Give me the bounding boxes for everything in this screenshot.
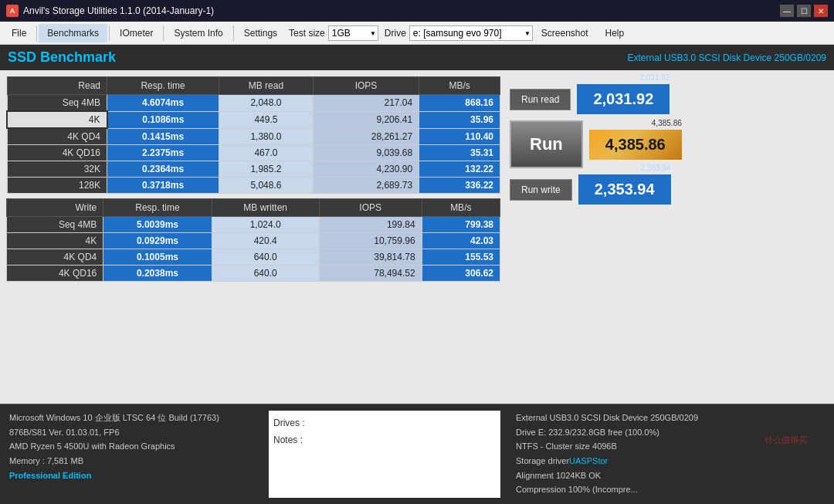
read-row-iops: 28,261.27 — [313, 128, 419, 145]
read-table-row: Seq 4MB4.6074ms2,048.0217.04868.16 — [7, 95, 500, 112]
menu-settings[interactable]: Settings — [236, 24, 286, 42]
menu-separator-3 — [163, 25, 164, 41]
run-write-group: Run write 2,353.94 2,353.94 — [510, 174, 825, 205]
write-score-box: 2,353.94 2,353.94 — [578, 174, 671, 205]
drive-line7: Compression 100% (Incompre... — [516, 482, 825, 497]
titlebar: A Anvil's Storage Utilities 1.1.0 (2014-… — [0, 0, 834, 22]
read-row-label: 4K QD4 — [7, 128, 107, 145]
drive-label: Drive — [385, 28, 406, 39]
drive-line4: Storage driverUASPStor — [516, 454, 825, 468]
drive-line2: Drive E: 232.9/232.8GB free (100.0%) — [516, 425, 825, 440]
testsize-label: Test size — [289, 28, 325, 39]
write-row-mb: 1,024.0 — [212, 217, 319, 233]
write-row-iops: 39,814.78 — [319, 249, 422, 266]
testsize-select-wrapper[interactable]: 512MB 1GB 2GB 4GB 8GB — [328, 25, 378, 41]
total-score-value: 4,385.86 — [598, 136, 673, 154]
write-table-row: 4K QD160.2038ms640.078,494.52306.62 — [7, 266, 500, 282]
statusbar: Microsoft Windows 10 企业版 LTSC 64 位 Build… — [0, 404, 834, 504]
read-row-label: 4K — [7, 111, 107, 128]
read-row-mbs: 35.96 — [419, 111, 500, 128]
run-read-button[interactable]: Run read — [510, 89, 571, 110]
read-row-iops: 9,039.68 — [313, 145, 419, 161]
read-score-value: 2,031.92 — [586, 90, 660, 108]
read-table-row: 128K0.3718ms5,048.62,689.73336.22 — [7, 178, 500, 194]
read-table: Read Resp. time MB read IOPS MB/s Seq 4M… — [6, 76, 500, 194]
read-row-resp: 0.2364ms — [107, 161, 219, 178]
app-icon: A — [6, 5, 19, 17]
content-header: SSD Benchmark External USB3.0 SCSI Disk … — [0, 45, 834, 70]
read-table-row: 4K QD40.1415ms1,380.028,261.27110.40 — [7, 128, 500, 145]
menu-file[interactable]: File — [3, 24, 35, 42]
read-row-mb: 5,048.6 — [219, 178, 314, 194]
read-row-resp: 0.1415ms — [107, 128, 219, 145]
read-table-row: 32K0.2364ms1,985.24,230.90132.22 — [7, 161, 500, 178]
write-row-iops: 199.84 — [319, 217, 422, 233]
run-button[interactable]: Run — [510, 120, 583, 168]
write-row-iops: 10,759.96 — [319, 233, 422, 249]
drive-select-wrapper[interactable]: e: [samsung evo 970] — [409, 25, 533, 41]
system-info-panel: Microsoft Windows 10 企业版 LTSC 64 位 Build… — [0, 404, 263, 504]
read-row-resp: 0.1086ms — [107, 111, 219, 128]
sys-line3: AMD Ryzen 5 4500U with Radeon Graphics — [9, 439, 253, 454]
write-row-mbs: 42.03 — [422, 233, 500, 249]
drive-group: Drive e: [samsung evo 970] — [385, 25, 533, 41]
read-row-mb: 1,380.0 — [219, 128, 314, 145]
controls-section: Run read 2,031.92 2,031.92 Run 4,385.86 … — [507, 76, 828, 397]
menu-screenshot[interactable]: Screenshot — [533, 24, 597, 42]
menu-system-info[interactable]: System Info — [165, 24, 231, 42]
window-controls: — ☐ ✕ — [780, 5, 828, 17]
write-row-resp: 0.2038ms — [103, 266, 212, 282]
write-row-mb: 640.0 — [212, 266, 319, 282]
drive-select[interactable]: e: [samsung evo 970] — [409, 25, 533, 41]
read-row-mb: 1,985.2 — [219, 161, 314, 178]
read-header-mbs: MB/s — [419, 77, 500, 95]
read-row-label: Seq 4MB — [7, 95, 107, 112]
write-header-label: Write — [7, 199, 103, 217]
menubar: File Benchmarks IOmeter System Info Sett… — [0, 22, 834, 45]
write-header-mb: MB written — [212, 199, 319, 217]
pro-edition-label: Professional Edition — [9, 468, 253, 483]
read-row-resp: 2.2375ms — [107, 145, 219, 161]
notes-panel[interactable]: Drives : Notes : — [269, 411, 500, 498]
write-header-resp: Resp. time — [103, 199, 212, 217]
app-title: Anvil's Storage Utilities 1.1.0 (2014-Ja… — [23, 5, 780, 16]
maximize-button[interactable]: ☐ — [797, 5, 811, 17]
menu-iometer[interactable]: IOmeter — [111, 24, 161, 42]
close-button[interactable]: ✕ — [814, 5, 828, 17]
read-row-mbs: 868.16 — [419, 95, 500, 112]
notes-notes: Notes : — [273, 432, 496, 449]
write-table: Write Resp. time MB written IOPS MB/s Se… — [6, 198, 500, 282]
notes-drives: Drives : — [273, 415, 496, 432]
write-row-iops: 78,494.52 — [319, 266, 422, 282]
menu-help[interactable]: Help — [597, 24, 633, 42]
menu-benchmarks[interactable]: Benchmarks — [39, 24, 107, 42]
menu-separator-2 — [109, 25, 110, 41]
write-table-row: 4K QD40.1005ms640.039,814.78155.53 — [7, 249, 500, 266]
write-row-resp: 5.0039ms — [103, 217, 212, 233]
ssd-title: SSD Benchmark — [8, 49, 116, 66]
main-content: SSD Benchmark External USB3.0 SCSI Disk … — [0, 45, 834, 504]
read-header-label: Read — [7, 77, 107, 95]
write-row-resp: 0.0929ms — [103, 233, 212, 249]
read-row-iops: 2,689.73 — [313, 178, 419, 194]
drive-line1: External USB3.0 SCSI Disk Device 250GB/0… — [516, 411, 825, 425]
write-row-resp: 0.1005ms — [103, 249, 212, 266]
read-row-iops: 4,230.90 — [313, 161, 419, 178]
write-row-label: 4K — [7, 233, 103, 249]
device-info: External USB3.0 SCSI Disk Device 250GB/0… — [628, 52, 826, 63]
read-row-iops: 9,206.41 — [313, 111, 419, 128]
write-row-mb: 640.0 — [212, 249, 319, 266]
write-row-label: 4K QD4 — [7, 249, 103, 266]
read-score-box: 2,031.92 2,031.92 — [577, 84, 670, 114]
run-read-group: Run read 2,031.92 2,031.92 — [510, 84, 825, 114]
drive-line6: Alignment 1024KB OK — [516, 468, 825, 483]
write-table-row: Seq 4MB5.0039ms1,024.0199.84799.38 — [7, 217, 500, 233]
read-row-mbs: 35.31 — [419, 145, 500, 161]
run-write-button[interactable]: Run write — [510, 179, 572, 201]
write-row-label: Seq 4MB — [7, 217, 103, 233]
read-row-mb: 467.0 — [219, 145, 314, 161]
total-score-top-label: 4,385.86 — [652, 119, 682, 127]
minimize-button[interactable]: — — [780, 5, 794, 17]
read-row-label: 32K — [7, 161, 107, 178]
testsize-select[interactable]: 512MB 1GB 2GB 4GB 8GB — [328, 25, 378, 41]
